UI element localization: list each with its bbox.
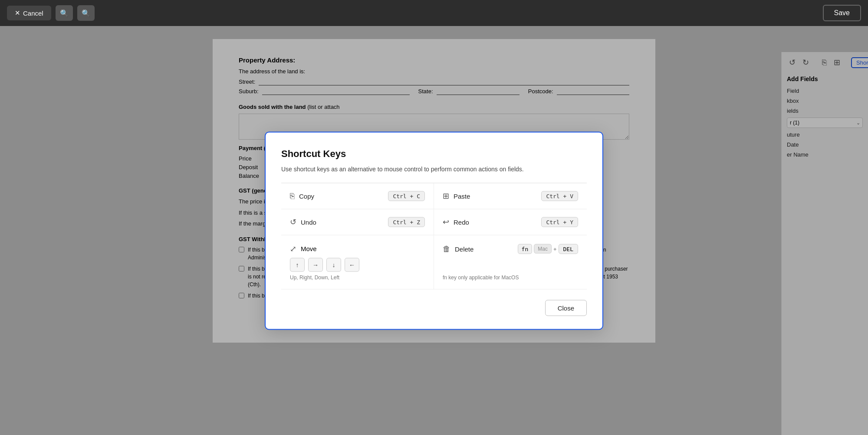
search-button-2[interactable]: 🔍 [77, 5, 95, 21]
paste-shortcut-label: ⊞ Paste [443, 191, 470, 201]
paste-label-text: Paste [454, 192, 470, 200]
cancel-label: Cancel [23, 10, 43, 17]
paste-icon: ⊞ [443, 191, 449, 201]
delete-plus: + [553, 245, 557, 252]
move-icon: ⤢ [290, 244, 296, 253]
delete-icon: 🗑 [443, 244, 450, 253]
undo-shortcut-label: ↺ Undo [290, 217, 316, 227]
delete-label-text: Delete [455, 245, 473, 252]
move-shortcut-cell: ⤢ Move ↑ → ↓ ← Up, Right, Down, Left [281, 235, 434, 289]
undo-key-badge: Ctrl + Z [388, 217, 425, 227]
undo-icon-modal: ↺ [290, 217, 296, 227]
modal-shortcuts-grid: ⎘ Copy Ctrl + C ⊞ Paste Ctrl + V [281, 183, 587, 289]
copy-key-badge: Ctrl + C [388, 191, 425, 201]
modal-footer: Close [281, 300, 587, 316]
modal-title: Shortcut Keys [281, 148, 587, 159]
search-button-1[interactable]: 🔍 [56, 5, 73, 21]
redo-label-text: Redo [454, 218, 469, 226]
fn-key-badge: fn [518, 244, 533, 254]
undo-label-text: Undo [301, 218, 316, 226]
top-toolbar: ✕ Cancel 🔍 🔍 Save [0, 0, 868, 26]
toolbar-left: ✕ Cancel 🔍 🔍 [7, 5, 95, 21]
move-label: ⤢ Move [290, 244, 317, 253]
copy-shortcut-label: ⎘ Copy [290, 191, 314, 200]
redo-shortcut-cell: ↩ Redo Ctrl + Y [434, 209, 587, 235]
copy-shortcut-cell: ⎘ Copy Ctrl + C [281, 183, 434, 209]
move-arrows: ↑ → ↓ ← [290, 258, 359, 271]
delete-key-combo: fn Mac + DEL [518, 244, 578, 254]
copy-label-text: Copy [299, 192, 314, 200]
main-area: ✕ Property Address: The address of the l… [0, 26, 868, 435]
arrow-left-key: ← [345, 258, 359, 271]
arrow-up-key: ↑ [290, 258, 305, 271]
copy-icon: ⎘ [290, 191, 295, 200]
del-key-badge: DEL [559, 244, 578, 254]
cancel-button[interactable]: ✕ Cancel [7, 6, 51, 20]
paste-shortcut-cell: ⊞ Paste Ctrl + V [434, 183, 587, 209]
delete-label: 🗑 Delete [443, 244, 473, 253]
arrow-right-key: → [308, 258, 323, 271]
paste-key-badge: Ctrl + V [541, 191, 578, 201]
redo-key-combo: Ctrl + Y [541, 217, 578, 227]
move-label-text: Move [301, 245, 317, 252]
delete-hint: fn key only applicable for MacOS [443, 274, 519, 280]
close-button[interactable]: Close [545, 300, 587, 316]
undo-key-combo: Ctrl + Z [388, 217, 425, 227]
delete-shortcut-cell: 🗑 Delete fn Mac + DEL fn key only applic… [434, 235, 587, 289]
delete-top: 🗑 Delete fn Mac + DEL [443, 244, 578, 254]
search-icon-2: 🔍 [82, 9, 90, 17]
modal-description: Use shortcut keys as an alternative to m… [281, 165, 587, 172]
mac-badge: Mac [534, 244, 552, 254]
redo-key-badge: Ctrl + Y [541, 217, 578, 227]
copy-key-combo: Ctrl + C [388, 191, 425, 201]
search-icon-1: 🔍 [60, 9, 69, 17]
move-hint: Up, Right, Down, Left [290, 274, 359, 280]
paste-key-combo: Ctrl + V [541, 191, 578, 201]
redo-shortcut-label: ↩ Redo [443, 217, 469, 227]
redo-icon-modal: ↩ [443, 217, 449, 227]
cancel-x-icon: ✕ [15, 9, 20, 17]
shortcut-keys-modal: Shortcut Keys Use shortcut keys as an al… [265, 131, 603, 330]
arrow-down-key: ↓ [326, 258, 341, 271]
undo-shortcut-cell: ↺ Undo Ctrl + Z [281, 209, 434, 235]
save-button[interactable]: Save [823, 5, 861, 21]
